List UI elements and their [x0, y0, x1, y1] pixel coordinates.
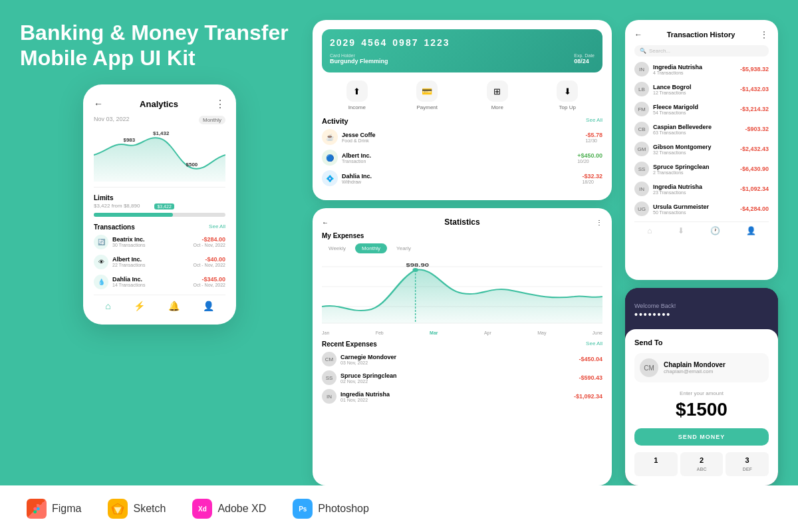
payment-action[interactable]: 💳 Payment: [416, 80, 438, 110]
numpad-2[interactable]: 2ABC: [680, 452, 724, 476]
history-nav-icon[interactable]: 🕐: [710, 226, 720, 235]
stats-chart: $98.90: [322, 260, 602, 327]
expense-amount: -$1,092.34: [574, 393, 602, 400]
avatar: LB: [634, 82, 649, 96]
bell-nav-icon[interactable]: 🔔: [168, 301, 180, 311]
activity-nav-icon[interactable]: ⚡: [134, 301, 145, 311]
expense-amount: -$450.04: [579, 356, 602, 362]
card-holder-label: Card Holder: [330, 53, 388, 58]
xd-tool: Xd Adobe XD: [192, 499, 266, 519]
profile-nav-icon[interactable]: 👤: [746, 226, 756, 235]
tx-sub: 30 Transactions: [112, 243, 145, 247]
transaction-list: 🔄 Beatrix Inc. 30 Transactions -$284.00 …: [94, 235, 225, 289]
activity-list: ☕ Jesse Coffe Food & Drink -$5.78 12/30 …: [322, 129, 602, 186]
analytics-header: ← Analytics ⋮: [94, 98, 225, 110]
send-top: Welcome Back! ••••••••: [625, 288, 778, 334]
more-icon: ⊞: [487, 80, 508, 102]
ps-icon: Ps: [293, 499, 313, 519]
activity-title: Activity: [322, 117, 348, 125]
recipient-name: Chaplain Mondover: [664, 361, 726, 368]
footer: Figma Sketch Xd Adobe XD Ps Photoshop: [0, 485, 798, 532]
home-nav-icon[interactable]: ⌂: [105, 301, 110, 311]
hist-sub: 12 Transactions: [653, 90, 692, 95]
topup-action[interactable]: ⬇ Top Up: [557, 80, 578, 110]
table-row: SS Spruce Springclean 2 Transactions -$6…: [634, 162, 769, 176]
avatar: FM: [634, 102, 649, 116]
send-money-button[interactable]: SEND MONEY: [634, 428, 769, 446]
see-all-link[interactable]: See All: [209, 223, 225, 231]
tab-weekly[interactable]: Weekly: [322, 243, 352, 253]
period-tabs: Weekly Monthly Yearly: [322, 243, 602, 253]
svg-text:$983: $983: [124, 137, 136, 143]
payment-icon: 💳: [416, 80, 438, 102]
send-phone: Welcome Back! •••••••• Send To CM Chapla…: [625, 288, 778, 485]
credit-card: 2029 4564 0987 1223 Card Holder Burgundy…: [322, 29, 602, 72]
main-title: Banking & Money Transfer Mobile App UI K…: [20, 20, 299, 71]
profile-nav-icon[interactable]: 👤: [203, 301, 214, 311]
send-content: Send To CM Chaplain Mondover chaplain@em…: [625, 329, 778, 485]
down-nav-icon[interactable]: ⬇: [678, 226, 684, 235]
activity-see-all[interactable]: See All: [586, 117, 602, 125]
topup-label: Top Up: [559, 104, 576, 110]
main-area: Banking & Money Transfer Mobile App UI K…: [0, 0, 798, 485]
table-row: IN Ingredia Nutrisha 23 Transactions -$1…: [634, 182, 769, 196]
stats-header: ← Statistics ⋮: [322, 217, 602, 227]
analytics-dots-icon[interactable]: ⋮: [215, 98, 225, 110]
transactions-title: Transactions: [94, 223, 135, 231]
topup-icon: ⬇: [557, 80, 578, 102]
left-section: Banking & Money Transfer Mobile App UI K…: [20, 20, 299, 485]
avatar: CB: [634, 122, 649, 136]
hist-name: Ursula Gurnmeister: [653, 203, 709, 210]
hist-name: Spruce Springclean: [653, 164, 710, 170]
svg-text:$500: $500: [186, 162, 198, 168]
sketch-tool: Sketch: [108, 499, 166, 519]
analytics-phone: ← Analytics ⋮ Nov 03, 2022 Monthly: [83, 84, 236, 325]
amount-display: $1500: [634, 399, 769, 420]
income-action[interactable]: ⬆ Income: [346, 80, 368, 110]
activity-header: Activity See All: [322, 117, 602, 125]
analytics-chart: $983 $1,432 $500: [94, 128, 225, 182]
analytics-title: Analytics: [140, 99, 178, 109]
history-back-icon[interactable]: ←: [634, 30, 642, 39]
numpad-3[interactable]: 3DEF: [726, 452, 769, 476]
figma-label: Figma: [52, 503, 81, 515]
activity-date: 18/20: [582, 180, 602, 184]
history-dots-icon[interactable]: ⋮: [759, 29, 769, 40]
home-nav-icon[interactable]: ⌂: [647, 226, 652, 235]
activity-amount: +$450.00: [577, 152, 602, 159]
avatar: IN: [322, 389, 336, 404]
expense-name: Carnegie Mondover: [340, 354, 396, 360]
tab-monthly[interactable]: Monthly: [355, 243, 387, 253]
hist-amount: -$903.32: [745, 126, 769, 132]
table-row: IN Ingredia Nutrisha 4 Transactions -$5,…: [634, 62, 769, 76]
table-row: UG Ursula Gurnmeister 50 Transactions -$…: [634, 201, 769, 216]
stats-dots-icon[interactable]: ⋮: [596, 219, 602, 226]
hist-amount: -$6,430.90: [740, 166, 769, 172]
hist-amount: -$1,092.34: [740, 186, 769, 192]
activity-amount: -$5.78: [585, 132, 602, 138]
tx-sub: 14 Transactions: [112, 283, 145, 287]
period-button[interactable]: Monthly: [199, 116, 225, 124]
tab-yearly[interactable]: Yearly: [390, 243, 418, 253]
transactions-header: Transactions See All: [94, 223, 225, 231]
card-number: 2029 4564 0987 1223: [330, 37, 595, 48]
income-label: Income: [348, 104, 366, 110]
numpad-1[interactable]: 1: [634, 452, 678, 476]
phone-nav: ⌂ ⚡ 🔔 👤: [94, 295, 225, 311]
history-nav: ⌂ ⬇ 🕐 👤: [634, 221, 769, 235]
more-label: More: [491, 104, 503, 110]
expense-name: Spruce Springclean: [340, 372, 397, 379]
search-input[interactable]: 🔍 Search...: [634, 45, 769, 57]
more-action[interactable]: ⊞ More: [487, 80, 508, 110]
recent-see-all[interactable]: See All: [586, 340, 602, 348]
avatar: UG: [634, 201, 649, 216]
table-row: FM Fleece Marigold 54 Transactions -$3,2…: [634, 102, 769, 116]
back-arrow-icon[interactable]: ←: [94, 98, 103, 109]
send-name-text: ••••••••: [634, 309, 769, 320]
expense-amount: -$590.43: [579, 374, 602, 381]
stats-back-icon[interactable]: ←: [322, 219, 329, 226]
figma-icon: [27, 499, 47, 519]
tx-icon: 👁: [94, 255, 108, 269]
tx-amount: -$284.00: [193, 236, 225, 243]
welcome-text: Welcome Back!: [634, 303, 769, 309]
